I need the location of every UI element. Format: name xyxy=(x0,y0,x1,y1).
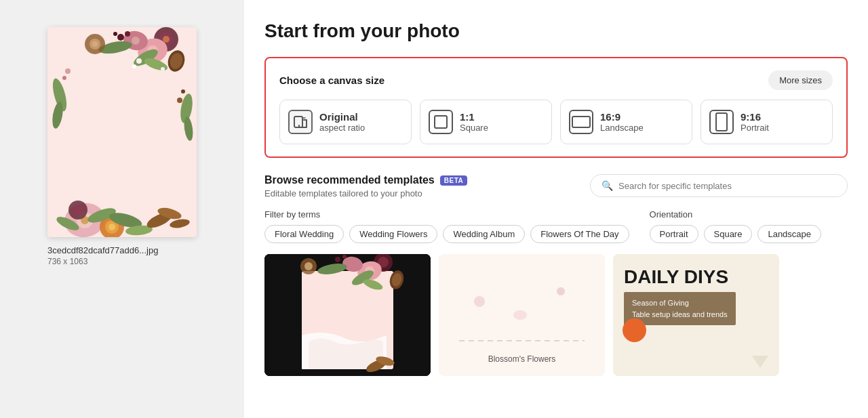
daily-diys-title: DAILY DIYS xyxy=(624,268,728,287)
landscape-icon xyxy=(569,110,593,134)
svg-point-3 xyxy=(163,36,170,43)
landscape-ratio: 16:9 xyxy=(600,111,644,123)
svg-rect-47 xyxy=(435,116,447,128)
filename: 3cedcdf82dcafd77add6...jpg xyxy=(47,245,197,255)
main-content: Start from your photo Choose a canvas si… xyxy=(244,0,868,418)
svg-point-72 xyxy=(513,310,527,320)
svg-point-71 xyxy=(557,287,565,295)
svg-point-42 xyxy=(136,58,142,64)
canvas-options: Original aspect ratio 1:1 Square xyxy=(279,100,833,144)
svg-point-13 xyxy=(92,41,98,47)
canvas-section-header: Choose a canvas size More sizes xyxy=(279,70,833,90)
svg-point-41 xyxy=(177,98,182,103)
canvas-option-original[interactable]: Original aspect ratio xyxy=(279,100,412,144)
search-input[interactable] xyxy=(618,181,836,191)
svg-point-26 xyxy=(108,224,115,230)
search-box[interactable]: 🔍 xyxy=(590,174,848,197)
beta-badge: BETA xyxy=(440,175,467,186)
svg-point-64 xyxy=(335,257,340,262)
browse-title: Browse recommended templates xyxy=(264,174,435,186)
page-title: Start from your photo xyxy=(264,20,848,42)
svg-point-61 xyxy=(304,262,313,270)
filter-section: Filter by terms Floral Wedding Wedding F… xyxy=(264,209,848,243)
original-aspect-ratio-icon xyxy=(288,110,313,134)
filter-terms-tags: Floral Wedding Wedding Flowers Wedding A… xyxy=(264,225,629,243)
filter-orientation-tags: Portrait Square Landscape xyxy=(650,225,821,243)
portrait-icon xyxy=(709,110,734,134)
template-card-1[interactable] xyxy=(264,254,431,376)
svg-rect-49 xyxy=(716,113,727,131)
svg-point-38 xyxy=(62,76,66,80)
svg-point-28 xyxy=(73,205,83,215)
svg-point-44 xyxy=(105,54,109,58)
template-card-2-label: Blossom's Flowers xyxy=(488,354,556,369)
square-icon xyxy=(429,110,453,134)
canvas-option-portrait[interactable]: 9:16 Portrait xyxy=(701,100,833,144)
template-card-3[interactable]: DAILY DIYS Season of GivingTable setup i… xyxy=(613,254,779,376)
svg-rect-48 xyxy=(572,117,590,127)
dimensions: 736 x 1063 xyxy=(47,257,197,266)
original-label-line2: aspect ratio xyxy=(319,123,365,133)
sidebar: 3cedcdf82dcafd77add6...jpg 736 x 1063 xyxy=(0,0,244,418)
portrait-ratio: 9:16 xyxy=(741,111,769,123)
svg-point-40 xyxy=(181,89,185,93)
svg-point-7 xyxy=(132,37,140,45)
original-label-line1: Original xyxy=(319,111,365,123)
filter-tag-flowers-of-the-day[interactable]: Flowers Of The Day xyxy=(530,225,629,243)
svg-point-18 xyxy=(113,32,117,36)
photo-preview xyxy=(47,27,197,237)
browse-section: Browse recommended templates BETA Editab… xyxy=(264,174,848,198)
filter-tag-floral-wedding[interactable]: Floral Wedding xyxy=(264,225,344,243)
search-icon: 🔍 xyxy=(601,180,613,191)
browse-subtitle: Editable templates tailored to your phot… xyxy=(264,188,467,198)
canvas-section: Choose a canvas size More sizes Original… xyxy=(264,57,848,158)
filter-tag-landscape[interactable]: Landscape xyxy=(757,225,821,243)
svg-point-16 xyxy=(117,34,124,41)
filter-tag-wedding-album[interactable]: Wedding Album xyxy=(443,225,525,243)
svg-point-45 xyxy=(161,67,165,71)
orange-circle-decoration xyxy=(623,318,646,342)
square-ratio: 1:1 xyxy=(460,111,488,123)
svg-point-43 xyxy=(132,64,136,68)
filter-terms-group: Filter by terms Floral Wedding Wedding F… xyxy=(264,209,629,243)
svg-point-17 xyxy=(125,31,130,37)
filter-tag-portrait[interactable]: Portrait xyxy=(650,225,698,243)
template-card-2[interactable]: Blossom's Flowers xyxy=(439,254,605,376)
filter-tag-wedding-flowers[interactable]: Wedding Flowers xyxy=(349,225,437,243)
svg-point-39 xyxy=(65,68,71,74)
browse-header: Browse recommended templates BETA Editab… xyxy=(264,174,848,198)
filter-orientation-label: Orientation xyxy=(650,209,821,220)
more-sizes-button[interactable]: More sizes xyxy=(768,70,833,90)
canvas-option-landscape[interactable]: 16:9 Landscape xyxy=(560,100,692,144)
canvas-option-square[interactable]: 1:1 Square xyxy=(420,100,552,144)
portrait-name: Portrait xyxy=(741,123,769,133)
filter-tag-square[interactable]: Square xyxy=(704,225,753,243)
svg-point-70 xyxy=(474,296,485,307)
canvas-section-title: Choose a canvas size xyxy=(279,75,384,86)
arrow-decoration xyxy=(752,356,768,368)
svg-point-65 xyxy=(342,255,347,259)
landscape-name: Landscape xyxy=(600,123,644,133)
square-name: Square xyxy=(460,123,488,133)
template-grid: Blossom's Flowers DAILY DIYS Season of G… xyxy=(264,254,848,376)
filter-terms-label: Filter by terms xyxy=(264,209,629,220)
photo-info: 3cedcdf82dcafd77add6...jpg 736 x 1063 xyxy=(47,245,197,266)
filter-orientation-group: Orientation Portrait Square Landscape xyxy=(650,209,821,243)
